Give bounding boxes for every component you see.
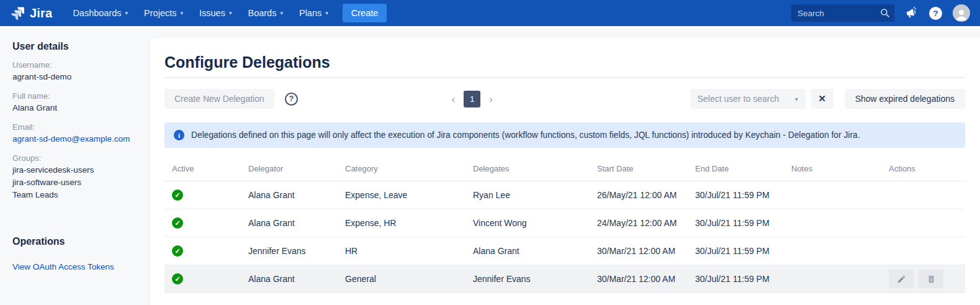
cell-start-date: 30/Mar/21 12:00 AM	[597, 246, 695, 256]
col-header-delegator: Delegator	[248, 164, 345, 173]
cell-delegator: Alana Grant	[248, 274, 345, 284]
col-header-actions: Actions	[889, 164, 965, 173]
main-content: Configure Delegations Create New Delegat…	[149, 39, 980, 305]
col-header-delegates: Delegates	[473, 164, 597, 173]
chevron-down-icon: ▾	[280, 11, 283, 16]
group-item: jira-servicedesk-users	[12, 164, 137, 176]
table-row-hovered: ✓ Alana Grant General Jennifer Evans 30/…	[164, 265, 965, 293]
sidebar-title: User details	[12, 41, 137, 52]
trash-icon	[927, 275, 936, 284]
user-avatar[interactable]	[953, 4, 970, 22]
col-header-end-date: End Date	[695, 164, 791, 173]
cell-delegator: Alana Grant	[248, 190, 345, 200]
pagination-prev-icon[interactable]: ‹	[452, 94, 456, 104]
pencil-icon	[897, 275, 906, 284]
col-header-start-date: Start Date	[597, 164, 695, 173]
clear-search-button[interactable]: ✕	[811, 89, 834, 109]
nav-item-projects[interactable]: Projects ▾	[136, 2, 191, 24]
person-icon	[954, 7, 969, 22]
view-oauth-tokens-link[interactable]: View OAuth Access Tokens	[12, 261, 114, 273]
jira-brand[interactable]: Jira	[10, 6, 52, 21]
user-details-sidebar: User details Username: agrant-sd-demo Fu…	[0, 26, 149, 305]
pagination-current-page[interactable]: 1	[464, 91, 480, 107]
brand-label: Jira	[30, 6, 52, 20]
cell-actions	[889, 270, 965, 288]
cell-delegates: Vincent Wong	[473, 218, 597, 228]
active-check-icon: ✓	[172, 245, 183, 257]
cell-start-date: 24/May/21 12:00 AM	[597, 218, 695, 228]
email-label: Email:	[12, 121, 137, 133]
col-header-notes: Notes	[791, 164, 889, 173]
create-new-delegation-button[interactable]: Create New Delegation	[164, 89, 274, 109]
chevron-down-icon: ▾	[229, 11, 232, 16]
cell-delegator: Jennifer Evans	[248, 246, 345, 256]
search-box	[791, 4, 894, 22]
cell-category: General	[345, 274, 473, 284]
cell-delegates: Alana Grant	[473, 246, 597, 256]
edit-delegation-button[interactable]	[889, 270, 914, 288]
active-check-icon: ✓	[172, 189, 183, 201]
nav-item-dashboards[interactable]: Dashboards ▾	[65, 2, 136, 24]
chevron-down-icon: ▾	[325, 11, 328, 16]
info-icon: i	[174, 130, 184, 140]
table-row: ✓ Jennifer Evans HR Alana Grant 30/Mar/2…	[164, 237, 965, 265]
user-search-select-value: Select user to search	[698, 94, 780, 104]
cell-category: Expense, Leave	[345, 190, 473, 200]
chevron-down-icon: ▾	[181, 11, 184, 16]
cell-delegates: Ryan Lee	[473, 190, 597, 200]
show-expired-delegations-button[interactable]: Show expired delegations	[845, 89, 965, 109]
username-label: Username:	[12, 59, 137, 71]
chevron-down-icon: ▾	[125, 11, 128, 16]
table-row: ✓ Alana Grant Expense, Leave Ryan Lee 26…	[164, 181, 965, 209]
cell-end-date: 30/Jul/21 11:59 PM	[695, 190, 791, 200]
email-link[interactable]: agrant-sd-demo@example.com	[12, 133, 137, 145]
col-header-active: Active	[164, 164, 248, 173]
cell-category: HR	[345, 246, 473, 256]
cell-end-date: 30/Jul/21 11:59 PM	[695, 246, 791, 256]
group-item: jira-software-users	[12, 176, 137, 189]
top-navbar: Jira Dashboards ▾ Projects ▾ Issues ▾ Bo…	[0, 0, 980, 26]
info-banner: i Delegations defined on this page will …	[164, 122, 965, 148]
toolbar: Create New Delegation ? ‹ 1 › Select use…	[164, 89, 965, 109]
operations-title: Operations	[12, 236, 137, 247]
group-item: Team Leads	[12, 189, 137, 201]
user-search-select[interactable]: Select user to search ▾	[690, 89, 806, 109]
info-banner-text: Delegations defined on this page will on…	[191, 130, 860, 140]
main-nav: Dashboards ▾ Projects ▾ Issues ▾ Boards …	[65, 2, 336, 24]
pagination: ‹ 1 ›	[298, 91, 647, 107]
create-button[interactable]: Create	[343, 4, 387, 22]
cell-delegates: Jennifer Evans	[473, 274, 597, 284]
table-header-row: Active Delegator Category Delegates Star…	[164, 164, 965, 181]
username-value: agrant-sd-demo	[12, 71, 137, 83]
pagination-next-icon[interactable]: ›	[489, 94, 493, 104]
table-row: ✓ Alana Grant Expense, HR Vincent Wong 2…	[164, 209, 965, 237]
nav-item-boards[interactable]: Boards ▾	[240, 2, 290, 24]
nav-item-issues[interactable]: Issues ▾	[191, 2, 240, 24]
cell-delegator: Alana Grant	[248, 218, 345, 228]
col-header-category: Category	[345, 164, 473, 173]
active-check-icon: ✓	[172, 217, 183, 229]
cell-end-date: 30/Jul/21 11:59 PM	[695, 218, 791, 228]
chevron-down-icon: ▾	[795, 96, 798, 102]
cell-start-date: 26/May/21 12:00 AM	[597, 190, 695, 200]
navbar-right: ?	[791, 4, 970, 22]
nav-item-plans[interactable]: Plans ▾	[291, 2, 336, 24]
help-icon[interactable]: ?	[929, 7, 942, 20]
active-check-icon: ✓	[172, 273, 183, 285]
cell-end-date: 30/Jul/21 11:59 PM	[695, 274, 791, 284]
fullname-label: Full name:	[12, 90, 137, 102]
search-icon	[879, 7, 890, 18]
jira-logo-icon	[10, 6, 25, 21]
cell-category: Expense, HR	[345, 218, 473, 228]
help-question-icon[interactable]: ?	[285, 93, 298, 106]
groups-label: Groups:	[12, 152, 137, 164]
delete-delegation-button[interactable]	[919, 270, 943, 288]
delegations-table: Active Delegator Category Delegates Star…	[164, 164, 965, 293]
page-title: Configure Delegations	[164, 53, 965, 71]
fullname-value: Alana Grant	[12, 102, 137, 114]
announcements-megaphone-icon[interactable]	[905, 6, 919, 20]
cell-start-date: 30/Mar/21 12:00 AM	[597, 274, 695, 284]
